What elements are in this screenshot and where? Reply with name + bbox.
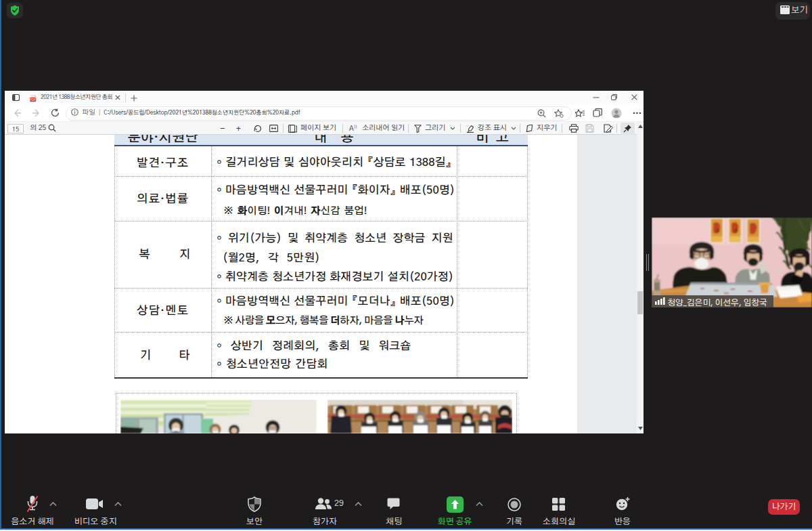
- svg-text:PDF: PDF: [30, 98, 36, 102]
